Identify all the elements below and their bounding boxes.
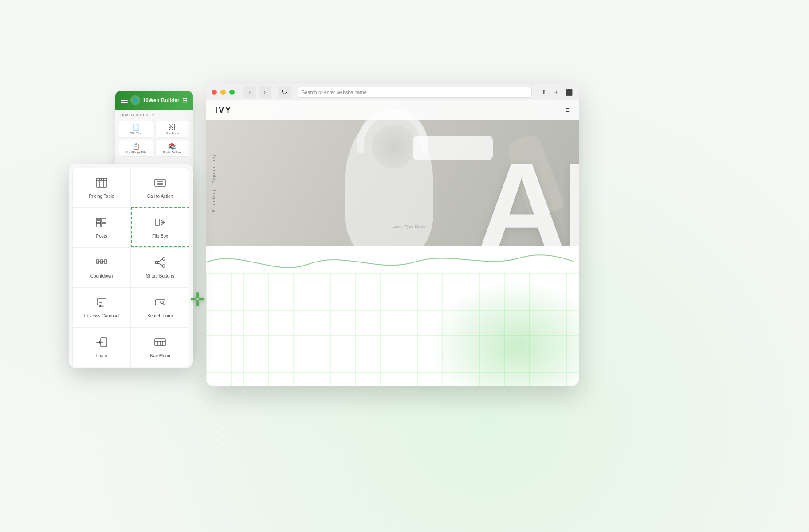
site-logo-label: Site Logo [165,132,179,135]
posts-archive-label: Posts Archive [163,151,181,154]
widgets-grid: Pricing Table Call to Action [69,164,193,371]
svg-rect-20 [104,260,107,263]
browser-back-button[interactable]: ‹ [243,86,256,98]
svg-text:00: 00 [101,261,104,263]
site-logo-icon: 🖼 [169,124,175,131]
website-hamburger-icon[interactable]: ≡ [565,106,570,115]
builder-panel-front: Pricing Table Call to Action [69,164,193,368]
svg-point-23 [162,258,165,260]
svg-point-33 [102,306,103,307]
share-buttons-label: Share Buttons [146,273,174,279]
browser-close-dot[interactable] [212,90,217,95]
website-hero: AI Branding · Typography LemonType Studi… [206,100,579,269]
flip-box-label: Flip Box [152,233,168,239]
browser-actions: ⬆ ＋ ⬛ [539,87,573,97]
search-form-label: Search Form [147,313,173,319]
browser-plus-icon[interactable]: ＋ [551,87,561,97]
call-to-action-icon [154,176,166,191]
browser-upload-icon[interactable]: ⬆ [539,87,549,97]
svg-line-26 [158,259,162,262]
nav-menu-icon [154,336,166,350]
svg-rect-10 [96,223,101,227]
posts-archive-icon: 📚 [169,143,176,150]
browser-titlebar: ‹ › 🛡 Search or enter website name ⬆ ＋ ⬛ [206,84,579,100]
flip-box-icon [154,216,166,231]
svg-point-4 [101,179,102,180]
back-widget-post-page-title[interactable]: 📋 Post/Page Title [119,140,153,157]
pricing-table-label: Pricing Table [89,193,114,199]
post-page-title-icon: 📋 [132,143,140,150]
login-label: Login [96,353,107,359]
svg-text:10: 10 [97,261,100,263]
browser-extensions-icon[interactable]: ⬛ [564,87,573,97]
hero-sidebar-text: Branding · Typography [212,153,216,212]
website-logo: IVY [215,106,232,115]
browser-maximize-dot[interactable] [229,90,235,95]
grid-icon[interactable]: ⊞ [182,97,188,104]
search-form-icon [154,296,166,310]
site-title-label: Site Title [130,132,142,135]
reviews-carousel-label: Reviews Carousel [84,313,120,319]
back-widget-site-title[interactable]: 📄 Site Title [119,121,153,138]
move-cursor-icon: ✛ [190,289,205,310]
svg-point-35 [161,301,163,304]
svg-point-24 [155,261,158,264]
reviews-carousel-icon [95,296,108,310]
svg-rect-9 [102,218,106,223]
browser-nav: ‹ › [243,86,271,98]
svg-rect-28 [97,299,106,305]
move-cursor: ✛ [190,289,205,310]
back-widget-site-logo[interactable]: 🖼 Site Logo [155,121,190,138]
svg-point-25 [162,265,165,267]
svg-line-36 [163,303,164,305]
builder-logo-icon: 🌐 [130,95,140,105]
countdown-icon: 10 00 [95,256,108,270]
builder-back-header: 🌐 10Web Builder ⊞ [115,91,193,110]
builder-back-label: 10WEB BUILDER [115,110,193,119]
widget-search-form[interactable]: Search Form [131,287,189,327]
svg-rect-14 [155,219,160,225]
widget-reviews-carousel[interactable]: Reviews Carousel [72,287,131,327]
browser-shield-icon: 🛡 [278,86,291,98]
widget-nav-menu[interactable]: Nav Menu [131,327,189,367]
svg-rect-11 [102,223,106,227]
widget-call-to-action[interactable]: Call to Action [131,168,189,207]
call-to-action-label: Call to Action [147,193,173,199]
widget-posts[interactable]: Posts [72,207,131,247]
site-title-icon: 📄 [132,124,140,131]
widget-login[interactable]: Login [72,327,131,367]
address-bar-text: Search or enter website name [302,90,367,95]
green-glow [428,279,579,386]
builder-back-header-left: 🌐 10Web Builder [121,95,180,105]
hamburger-icon[interactable] [121,98,128,103]
svg-rect-7 [158,183,162,185]
share-buttons-icon [154,256,166,270]
back-widgets-grid: 📄 Site Title 🖼 Site Logo 📋 Post/Page Tit… [115,119,193,159]
website-content: AI Branding · Typography LemonType Studi… [206,100,579,386]
nav-menu-label: Nav Menu [150,353,170,359]
widget-share-buttons[interactable]: Share Buttons [131,247,189,287]
svg-line-27 [158,263,162,265]
pricing-table-icon [95,176,108,191]
hero-studio-credit: LemonType Studio [393,224,426,229]
website-header: IVY ≡ [206,100,579,120]
widget-pricing-table[interactable]: Pricing Table [72,168,131,207]
browser-minimize-dot[interactable] [220,90,226,95]
browser-window: ‹ › 🛡 Search or enter website name ⬆ ＋ ⬛ [206,84,579,386]
posts-label: Posts [96,233,107,239]
back-widget-posts-archive[interactable]: 📚 Posts Archive [155,140,190,157]
builder-brand-name: 10Web Builder [143,98,180,103]
browser-address-bar[interactable]: Search or enter website name [298,87,532,98]
widget-countdown[interactable]: 10 00 Countdown [72,247,131,287]
widget-flip-box[interactable]: Flip Box [131,207,189,247]
post-page-title-label: Post/Page Title [126,151,146,154]
svg-point-31 [100,305,101,307]
svg-point-32 [101,306,102,307]
posts-icon [95,216,108,231]
browser-forward-button[interactable]: › [259,86,271,98]
login-icon [95,336,108,350]
countdown-label: Countdown [90,273,113,279]
website-wave-section [206,246,579,386]
